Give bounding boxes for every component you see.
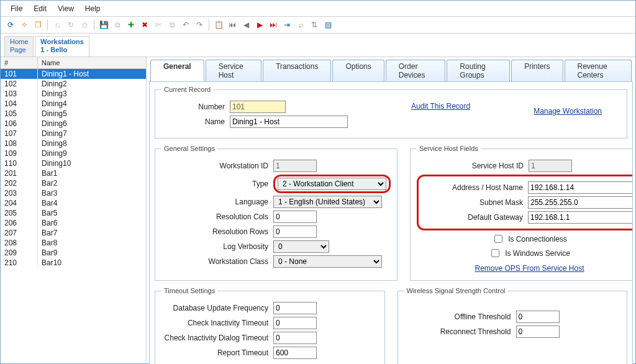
goto-icon[interactable]: ⇥ [281, 19, 293, 31]
menu-file[interactable]: File [6, 3, 27, 14]
menu-edit[interactable]: Edit [29, 3, 52, 14]
label-report-to: Report Timeout [161, 348, 273, 357]
save-all-icon[interactable]: ⧉ [111, 19, 124, 31]
nav-first-icon[interactable]: ⏮ [226, 19, 238, 31]
list-cell-number: 101 [1, 69, 38, 79]
link-manage-workstation[interactable]: Manage Workstation [534, 107, 602, 116]
list-row[interactable]: 207Bar7 [1, 228, 146, 238]
link-remove-ops[interactable]: Remove OPS From Service Host [475, 264, 584, 273]
list-row[interactable]: 208Bar8 [1, 238, 146, 248]
select-ws-class[interactable]: 0 - None [273, 255, 382, 268]
doctab-ws-l2: 1 - Bello [40, 46, 67, 53]
legend-service-host: Service Host Fields [417, 145, 481, 152]
list-row[interactable]: 110Dining10 [1, 158, 146, 168]
nav-prev-icon[interactable]: ◀ [240, 19, 252, 31]
link-audit-record[interactable]: Audit This Record [411, 102, 470, 111]
list-row[interactable]: 206Bar6 [1, 218, 146, 228]
input-rec-thresh[interactable] [516, 325, 560, 338]
select-type[interactable]: 2 - Workstation Client [278, 178, 386, 190]
list-row[interactable]: 103Dining3 [1, 89, 146, 99]
select-log-verbosity[interactable]: 0 [273, 240, 329, 253]
forward-history-icon[interactable]: ↷ [193, 19, 206, 31]
tab-options[interactable]: Options [332, 60, 384, 81]
nav-last-icon[interactable]: ⏭ [267, 19, 279, 31]
menu-help[interactable]: Help [80, 3, 106, 14]
input-svc-addr[interactable] [528, 181, 633, 194]
select-language[interactable]: 1 - English (United States) [273, 196, 382, 208]
print-icon[interactable]: ⎙ [78, 19, 91, 31]
tab-routing-groups[interactable]: Routing Groups [447, 60, 510, 81]
input-chk-inact[interactable] [273, 317, 317, 329]
tab-service-host[interactable]: Service Host [206, 60, 261, 81]
list-row[interactable]: 101Dining1 - Host [1, 69, 146, 79]
label-res-cols: Resolution Cols [161, 212, 273, 221]
label-log-verbosity: Log Verbosity [161, 242, 273, 251]
add-icon[interactable]: ✚ [125, 19, 137, 31]
paste-icon[interactable]: 📋 [212, 19, 225, 31]
checkbox-is-windows-service[interactable] [491, 249, 499, 257]
list-row[interactable]: 102Dining2 [1, 79, 146, 89]
list-row[interactable]: 104Dining4 [1, 99, 146, 109]
legend-wifi: Wireless Signal Strength Control [404, 287, 508, 294]
tab-revenue-centers[interactable]: Revenue Centers [565, 60, 632, 81]
list-cell-number: 107 [1, 129, 38, 139]
delete-icon[interactable]: ✖ [139, 19, 151, 31]
fieldset-current-record: Current Record Number Name [155, 86, 627, 139]
list-row[interactable]: 204Bar4 [1, 198, 146, 208]
tab-printers[interactable]: Printers [511, 60, 563, 81]
checkbox-is-connectionless[interactable] [494, 235, 502, 243]
filter-icon[interactable]: ⌕ [294, 19, 307, 31]
stack-icon[interactable]: ❐ [32, 19, 44, 31]
copy-icon[interactable]: ⧉ [166, 19, 178, 31]
input-svc-gw[interactable] [528, 211, 633, 224]
sort-icon[interactable]: ⇅ [308, 19, 320, 31]
save-icon[interactable]: 💾 [98, 19, 110, 31]
doctab-workstations[interactable]: Workstations 1 - Bello [35, 36, 89, 57]
nav-next-icon[interactable]: ▶ [253, 19, 266, 31]
cut-icon[interactable]: ✄ [152, 19, 165, 31]
label-ws-class: Workstation Class [161, 257, 273, 266]
label-record-name: Name [161, 117, 230, 126]
list-col-number[interactable]: # [1, 57, 38, 68]
input-report-to[interactable] [273, 347, 317, 359]
list-cell-number: 203 [1, 188, 38, 198]
label-rec-thresh: Reconnect Threshold [404, 327, 516, 336]
menu-view[interactable]: View [53, 3, 79, 14]
list-cell-name: Bar6 [38, 218, 146, 228]
list-row[interactable]: 106Dining6 [1, 119, 146, 129]
input-off-thresh[interactable] [516, 311, 560, 323]
list-row[interactable]: 108Dining8 [1, 139, 146, 148]
tab-transactions[interactable]: Transactions [263, 60, 331, 81]
list-row[interactable]: 209Bar9 [1, 248, 146, 258]
list-row[interactable]: 109Dining9 [1, 148, 146, 158]
undo-icon[interactable]: ⎌ [51, 19, 63, 31]
list-cell-name: Bar5 [38, 208, 146, 218]
back-history-icon[interactable]: ↶ [179, 19, 192, 31]
list-row[interactable]: 201Bar1 [1, 168, 146, 178]
input-db-upd[interactable] [273, 302, 317, 314]
list-row[interactable]: 205Bar5 [1, 208, 146, 218]
input-record-name[interactable] [230, 116, 348, 128]
legend-timeout: Timeout Settings [161, 287, 217, 294]
list-cell-number: 206 [1, 218, 38, 228]
input-res-rows[interactable] [273, 225, 317, 238]
doctab-home[interactable]: Home Page [4, 36, 34, 57]
list-cell-name: Bar4 [38, 198, 146, 208]
tab-general[interactable]: General [150, 60, 204, 81]
redo-icon[interactable]: ↻ [65, 19, 77, 31]
list-row[interactable]: 105Dining5 [1, 109, 146, 119]
label-record-number: Number [161, 102, 230, 111]
list-row[interactable]: 202Bar2 [1, 178, 146, 188]
tab-order-devices[interactable]: Order Devices [386, 60, 446, 81]
list-row[interactable]: 203Bar3 [1, 188, 146, 198]
table-view-icon[interactable]: ▤ [322, 19, 334, 31]
list-row[interactable]: 210Bar10 [1, 258, 146, 268]
menu-bar: File Edit View Help [1, 1, 635, 17]
new-doc-icon[interactable]: ✧ [18, 19, 30, 31]
input-chk-dlg[interactable] [273, 332, 317, 344]
refresh-icon[interactable]: ⟳ [4, 19, 17, 31]
list-col-name[interactable]: Name [38, 57, 146, 68]
input-res-cols[interactable] [273, 211, 317, 223]
list-row[interactable]: 107Dining7 [1, 129, 146, 139]
input-svc-mask[interactable] [528, 196, 633, 209]
